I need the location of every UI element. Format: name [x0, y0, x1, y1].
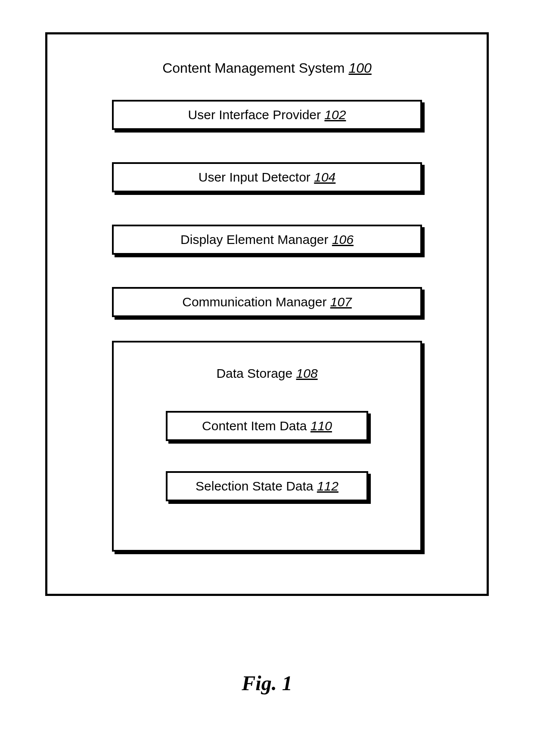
storage-item-selection-state-data: Selection State Data 112 [166, 471, 368, 501]
component-user-interface-provider: User Interface Provider 102 [112, 100, 422, 130]
storage-ref: 108 [296, 366, 318, 380]
storage-item-label: Content Item Data [202, 419, 307, 433]
component-label: User Input Detector [199, 170, 310, 184]
storage-item-content-item-data: Content Item Data 110 [166, 411, 368, 441]
component-display-element-manager: Display Element Manager 106 [112, 225, 422, 255]
component-ref: 102 [324, 108, 346, 122]
storage-container: Data Storage 108 Content Item Data 110 S… [112, 341, 422, 552]
component-ref: 107 [330, 295, 352, 309]
component-label: Communication Manager [182, 295, 326, 309]
component-ref: 106 [332, 232, 354, 247]
system-title: Content Management System 100 [47, 60, 487, 76]
component-communication-manager: Communication Manager 107 [112, 287, 422, 317]
figure-caption: Fig. 1 [0, 671, 534, 695]
storage-item-ref: 110 [310, 419, 332, 433]
component-label: User Interface Provider [188, 108, 321, 122]
storage-item-ref: 112 [317, 479, 338, 493]
component-ref: 104 [314, 170, 335, 184]
system-title-ref: 100 [348, 60, 371, 76]
storage-label: Data Storage [216, 366, 292, 380]
system-title-label: Content Management System [162, 60, 345, 76]
component-user-input-detector: User Input Detector 104 [112, 162, 422, 192]
storage-title: Data Storage 108 [114, 366, 420, 381]
system-container: Content Management System 100 User Inter… [45, 32, 489, 596]
storage-item-label: Selection State Data [196, 479, 314, 493]
component-label: Display Element Manager [180, 232, 329, 247]
